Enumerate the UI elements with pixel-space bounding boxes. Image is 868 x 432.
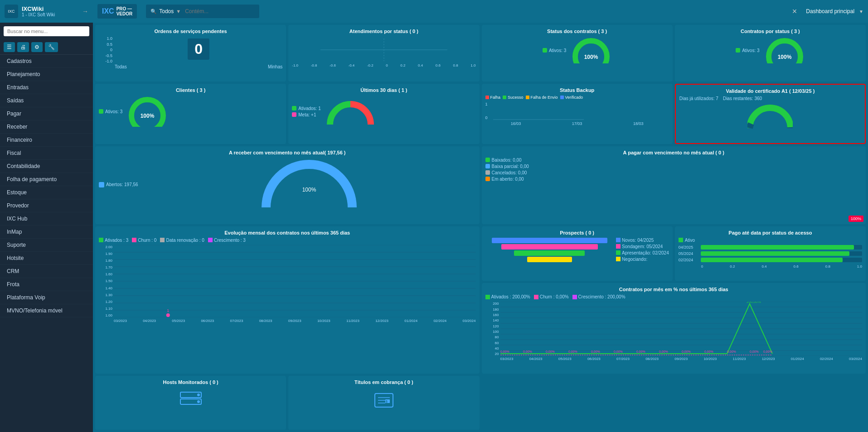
card-atendimentos: Atendimentos por status ( 0 ) -1.0-0.8-0…	[288, 25, 479, 82]
card-contratos-status: Contratos por status ( 3 ) Ativos: 3 100…	[675, 25, 866, 82]
card-ultimos30-title: Últimos 30 dias ( 1 )	[292, 87, 475, 93]
search-input[interactable]	[4, 26, 89, 36]
topbar-dropdown-arrow[interactable]: ▼	[176, 9, 181, 14]
sidebar-item-hotsite[interactable]: Hotsite	[0, 252, 93, 265]
sidebar-item-ixc-hub[interactable]: IXC Hub	[0, 212, 93, 226]
sidebar-icon-settings[interactable]: ⚙	[31, 42, 43, 52]
card-pago-title: Pago até data por status de acesso	[679, 230, 862, 235]
card-clientes: Clientes ( 3 ) Ativos: 3 100%	[95, 84, 286, 144]
svg-text:0,00%: 0,00%	[659, 350, 668, 353]
svg-text:100%: 100%	[584, 54, 598, 60]
svg-text:0,00%: 0,00%	[682, 350, 691, 353]
card-areceber-title: A receber com vencimento no mês atual( 1…	[99, 150, 476, 155]
areceber-abertos: Abertos: 197,56	[106, 182, 138, 187]
contratos-status-legend-dot	[736, 48, 740, 53]
card-evolucao: Evolução mensal dos contratos nos último…	[95, 226, 480, 374]
card-pago: Pago até data por status de acesso Ativo…	[675, 226, 866, 281]
sidebar-item-contabilidade[interactable]: Contabilidade	[0, 160, 93, 173]
hosts-icon	[179, 390, 202, 412]
card-areceber: A receber com vencimento no mês atual( 1…	[95, 146, 480, 224]
sidebar-icon-tools[interactable]: 🔧	[45, 42, 58, 52]
contratos-mes-chart: 0,00% 0,00% 0,00% 0,00% 0,00% 0,00% 0,00…	[500, 302, 863, 356]
search-box	[0, 23, 93, 40]
card-validade: Validade do certificado A1 ( 12/03/25 ) …	[675, 84, 866, 144]
sidebar-header: IXC IXCWiki 1 - IXC Soft Wiki →	[0, 0, 93, 23]
sidebar-item-plataforma-voip[interactable]: Plataforma Voip	[0, 291, 93, 304]
atendimentos-chart	[320, 38, 447, 61]
status-contratos-legend-label: Ativos: 3	[549, 48, 566, 53]
clientes-gauge: 100%	[127, 95, 168, 128]
card-titulos: Títulos em cobrança ( 0 ) $	[288, 376, 479, 430]
svg-text:0,00%: 0,00%	[546, 350, 555, 353]
status-contratos-gauge: 100%	[571, 36, 611, 64]
contratos-status-gauge: 100%	[764, 36, 805, 64]
prospects-funnel	[485, 238, 614, 262]
sidebar-item-inmap[interactable]: InMap	[0, 226, 93, 239]
sidebar-icon-print[interactable]: 🖨	[17, 42, 29, 52]
svg-point-54	[197, 400, 200, 403]
areceber-gauge: 100%	[143, 158, 476, 212]
card-status-backup-title: Status Backup	[485, 87, 669, 93]
logo-icon: IXC	[5, 5, 18, 18]
sidebar-item-mvno-telefonia-m-vel[interactable]: MVNO/Telefonia móvel	[0, 304, 93, 317]
sidebar-item-financeiro[interactable]: Financeiro	[0, 134, 93, 147]
sidebar-item-pagar[interactable]: Pagar	[0, 107, 93, 120]
card-apagar-title: A pagar com vencimento no mês atual ( 0 …	[485, 150, 863, 155]
sidebar-nav: CadastrosPlanejamentoEntradasSaídasPagar…	[0, 55, 93, 423]
pro-vedor-text: PRO — VEDOR	[116, 6, 133, 16]
sidebar-item-sa-das[interactable]: Saídas	[0, 94, 93, 107]
topbar-close-button[interactable]: ×	[792, 7, 797, 16]
validade-gauge	[679, 103, 861, 130]
sidebar-item-cadastros[interactable]: Cadastros	[0, 55, 93, 68]
ultimos30-legend2-dot	[292, 112, 296, 117]
sidebar-item-receber[interactable]: Receber	[0, 120, 93, 134]
svg-point-24	[166, 313, 170, 317]
sidebar-item-suporte[interactable]: Suporte	[0, 239, 93, 252]
dias-restantes: Dias restantes: 360	[723, 96, 762, 101]
card-validade-title: Validade do certificado A1 ( 12/03/25 )	[679, 88, 861, 94]
ultimos30-legend1-label: Ativados: 1	[298, 106, 320, 111]
sidebar-item-folha-de-pagamento[interactable]: Folha de pagamento	[0, 173, 93, 186]
topbar-filter[interactable]: 🔍 Todos ▼	[146, 5, 259, 18]
topbar-dashboard-label: Dashboard principal	[806, 8, 854, 14]
card-ordens: Ordens de serviços pendentes 1.0 0.5 0 -…	[95, 25, 286, 82]
svg-text:200,00%: 200,00%	[747, 302, 761, 304]
ultimos30-legend2-label: Meta: +1	[298, 112, 316, 117]
titulos-icon: $	[373, 391, 395, 410]
svg-text:1: 1	[167, 308, 169, 313]
ixc-provedor-logo: IXC PRO — VEDOR	[97, 4, 137, 19]
svg-text:0,00%: 0,00%	[568, 350, 577, 353]
sidebar-item-fiscal[interactable]: Fiscal	[0, 147, 93, 160]
topbar-todos: Todos	[159, 8, 174, 14]
svg-text:100%: 100%	[777, 54, 791, 60]
sidebar-arrow[interactable]: →	[82, 8, 88, 15]
svg-text:100%: 100%	[302, 187, 316, 193]
card-prospects-title: Prospects ( 0 )	[485, 230, 669, 235]
card-hosts: Hosts Monitorados ( 0 )	[95, 376, 286, 430]
sidebar-title-block: IXCWiki 1 - IXC Soft Wiki	[22, 5, 55, 17]
evolucao-chart-svg: 1	[114, 245, 476, 317]
card-titulos-title: Títulos em cobrança ( 0 )	[292, 379, 475, 385]
card-apagar: A pagar com vencimento no mês atual ( 0 …	[482, 146, 866, 224]
svg-text:0,00%: 0,00%	[727, 350, 736, 353]
sidebar-item-provedor[interactable]: Provedor	[0, 199, 93, 212]
sidebar-item-entradas[interactable]: Entradas	[0, 81, 93, 94]
apagar-badge: 100%	[849, 216, 863, 222]
svg-text:0,00%: 0,00%	[614, 350, 623, 353]
clientes-legend-label: Ativos: 3	[105, 109, 122, 114]
main-content: Ordens de serviços pendentes 1.0 0.5 0 -…	[93, 23, 868, 432]
card-status-contratos: Status dos contratos ( 3 ) Ativos: 3 100…	[482, 25, 673, 82]
sidebar-icon-menu[interactable]: ☰	[4, 42, 15, 52]
topbar-dashboard-arrow[interactable]: ▼	[859, 9, 863, 14]
topbar-search-input[interactable]	[183, 6, 255, 16]
svg-point-53	[197, 394, 200, 396]
card-hosts-title: Hosts Monitorados ( 0 )	[99, 379, 282, 385]
svg-text:0,00%: 0,00%	[636, 350, 645, 353]
contratos-status-legend-label: Ativos: 3	[742, 48, 759, 53]
sidebar-item-planejamento[interactable]: Planejamento	[0, 68, 93, 81]
card-prospects: Prospects ( 0 ) Novos: 04/2025 Sondagem:…	[482, 226, 673, 281]
sidebar-item-crm[interactable]: CRM	[0, 265, 93, 278]
sidebar-item-estoque[interactable]: Estoque	[0, 186, 93, 199]
card-ultimos30: Últimos 30 dias ( 1 ) Ativados: 1 Meta: …	[288, 84, 479, 144]
sidebar-item-frota[interactable]: Frota	[0, 278, 93, 291]
